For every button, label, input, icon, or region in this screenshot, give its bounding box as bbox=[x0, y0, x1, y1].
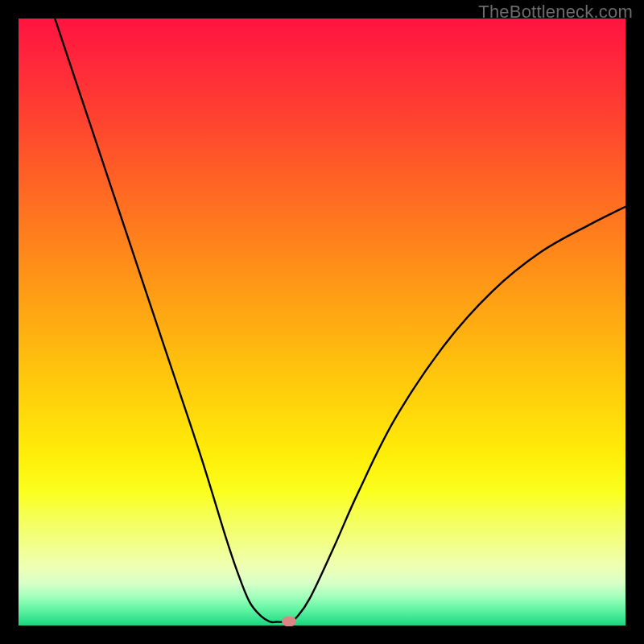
watermark-text: TheBottleneck.com bbox=[478, 2, 633, 23]
optimum-marker bbox=[282, 617, 296, 626]
frame: TheBottleneck.com bbox=[0, 0, 644, 644]
bottleneck-curve bbox=[19, 19, 625, 625]
plot-area bbox=[19, 19, 625, 625]
